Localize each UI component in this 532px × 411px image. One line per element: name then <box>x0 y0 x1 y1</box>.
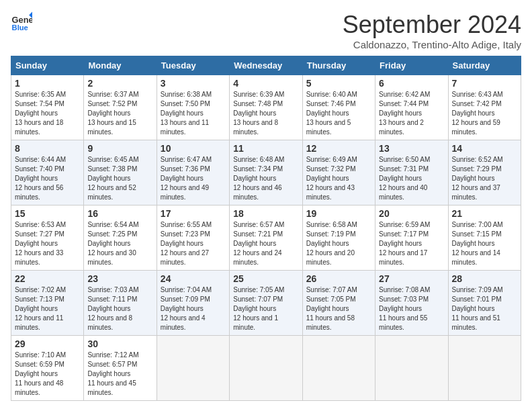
calendar-cell: 30 Sunrise: 7:12 AM Sunset: 6:57 PM Dayl… <box>84 336 157 401</box>
day-info: Sunrise: 6:44 AM Sunset: 7:40 PM Dayligh… <box>15 155 80 202</box>
logo: General Blue <box>11 11 32 32</box>
day-number: 3 <box>161 78 226 89</box>
day-info: Sunrise: 6:53 AM Sunset: 7:27 PM Dayligh… <box>15 220 80 267</box>
calendar-table: SundayMondayTuesdayWednesdayThursdayFrid… <box>11 56 521 401</box>
day-info: Sunrise: 6:57 AM Sunset: 7:21 PM Dayligh… <box>233 220 298 267</box>
day-number: 24 <box>161 273 226 284</box>
week-row-3: 15 Sunrise: 6:53 AM Sunset: 7:27 PM Dayl… <box>11 205 521 271</box>
day-info: Sunrise: 7:12 AM Sunset: 6:57 PM Dayligh… <box>87 351 152 398</box>
calendar-cell: 20 Sunrise: 6:59 AM Sunset: 7:17 PM Dayl… <box>375 205 448 271</box>
col-header-monday: Monday <box>84 56 157 75</box>
calendar-cell: 15 Sunrise: 6:53 AM Sunset: 7:27 PM Dayl… <box>11 205 84 271</box>
day-number: 29 <box>15 338 80 349</box>
day-info: Sunrise: 6:59 AM Sunset: 7:17 PM Dayligh… <box>379 220 444 267</box>
calendar-cell: 3 Sunrise: 6:38 AM Sunset: 7:50 PM Dayli… <box>157 75 229 140</box>
month-title: September 2024 <box>343 11 521 39</box>
day-info: Sunrise: 6:58 AM Sunset: 7:19 PM Dayligh… <box>306 220 371 267</box>
week-row-1: 1 Sunrise: 6:35 AM Sunset: 7:54 PM Dayli… <box>11 75 521 140</box>
day-number: 12 <box>306 143 371 154</box>
day-number: 28 <box>452 273 517 284</box>
col-header-saturday: Saturday <box>448 56 521 75</box>
week-row-4: 22 Sunrise: 7:02 AM Sunset: 7:13 PM Dayl… <box>11 271 521 336</box>
col-header-wednesday: Wednesday <box>230 56 302 75</box>
day-info: Sunrise: 6:45 AM Sunset: 7:38 PM Dayligh… <box>87 155 152 202</box>
col-header-sunday: Sunday <box>11 56 84 75</box>
day-number: 22 <box>15 273 80 284</box>
day-number: 27 <box>379 273 444 284</box>
day-number: 1 <box>15 78 80 89</box>
day-number: 16 <box>87 208 152 219</box>
day-number: 7 <box>452 78 517 89</box>
calendar-cell: 26 Sunrise: 7:07 AM Sunset: 7:05 PM Dayl… <box>302 271 375 336</box>
calendar-cell: 10 Sunrise: 6:47 AM Sunset: 7:36 PM Dayl… <box>157 140 229 205</box>
day-info: Sunrise: 7:09 AM Sunset: 7:01 PM Dayligh… <box>452 285 517 332</box>
calendar-cell: 27 Sunrise: 7:08 AM Sunset: 7:03 PM Dayl… <box>375 271 448 336</box>
day-info: Sunrise: 7:08 AM Sunset: 7:03 PM Dayligh… <box>379 285 444 332</box>
calendar-cell: 8 Sunrise: 6:44 AM Sunset: 7:40 PM Dayli… <box>11 140 84 205</box>
day-info: Sunrise: 6:35 AM Sunset: 7:54 PM Dayligh… <box>15 90 80 137</box>
calendar-cell: 6 Sunrise: 6:42 AM Sunset: 7:44 PM Dayli… <box>375 75 448 140</box>
calendar-cell: 22 Sunrise: 7:02 AM Sunset: 7:13 PM Dayl… <box>11 271 84 336</box>
week-row-2: 8 Sunrise: 6:44 AM Sunset: 7:40 PM Dayli… <box>11 140 521 205</box>
calendar-cell: 1 Sunrise: 6:35 AM Sunset: 7:54 PM Dayli… <box>11 75 84 140</box>
day-number: 4 <box>233 78 298 89</box>
day-number: 25 <box>233 273 298 284</box>
day-info: Sunrise: 6:54 AM Sunset: 7:25 PM Dayligh… <box>87 220 152 267</box>
calendar-cell: 5 Sunrise: 6:40 AM Sunset: 7:46 PM Dayli… <box>302 75 375 140</box>
day-info: Sunrise: 6:43 AM Sunset: 7:42 PM Dayligh… <box>452 90 517 137</box>
svg-text:Blue: Blue <box>12 24 28 32</box>
calendar-cell: 7 Sunrise: 6:43 AM Sunset: 7:42 PM Dayli… <box>448 75 521 140</box>
day-number: 17 <box>161 208 226 219</box>
day-number: 9 <box>87 143 152 154</box>
calendar-cell: 19 Sunrise: 6:58 AM Sunset: 7:19 PM Dayl… <box>302 205 375 271</box>
header-row: SundayMondayTuesdayWednesdayThursdayFrid… <box>11 56 521 75</box>
calendar-cell: 4 Sunrise: 6:39 AM Sunset: 7:48 PM Dayli… <box>230 75 302 140</box>
day-number: 19 <box>306 208 371 219</box>
day-info: Sunrise: 7:05 AM Sunset: 7:07 PM Dayligh… <box>233 285 298 332</box>
col-header-tuesday: Tuesday <box>157 56 229 75</box>
calendar-cell: 12 Sunrise: 6:49 AM Sunset: 7:32 PM Dayl… <box>302 140 375 205</box>
week-row-5: 29 Sunrise: 7:10 AM Sunset: 6:59 PM Dayl… <box>11 336 521 401</box>
location-title: Caldonazzo, Trentino-Alto Adige, Italy <box>343 39 521 50</box>
calendar-cell: 28 Sunrise: 7:09 AM Sunset: 7:01 PM Dayl… <box>448 271 521 336</box>
calendar-cell: 25 Sunrise: 7:05 AM Sunset: 7:07 PM Dayl… <box>230 271 302 336</box>
calendar-cell: 24 Sunrise: 7:04 AM Sunset: 7:09 PM Dayl… <box>157 271 229 336</box>
day-info: Sunrise: 7:03 AM Sunset: 7:11 PM Dayligh… <box>87 285 152 332</box>
calendar-cell <box>302 336 375 401</box>
day-info: Sunrise: 7:02 AM Sunset: 7:13 PM Dayligh… <box>15 285 80 332</box>
day-info: Sunrise: 6:39 AM Sunset: 7:48 PM Dayligh… <box>233 90 298 137</box>
day-info: Sunrise: 6:40 AM Sunset: 7:46 PM Dayligh… <box>306 90 371 137</box>
calendar-cell: 18 Sunrise: 6:57 AM Sunset: 7:21 PM Dayl… <box>230 205 302 271</box>
calendar-cell: 14 Sunrise: 6:52 AM Sunset: 7:29 PM Dayl… <box>448 140 521 205</box>
calendar-cell: 21 Sunrise: 7:00 AM Sunset: 7:15 PM Dayl… <box>448 205 521 271</box>
day-info: Sunrise: 6:37 AM Sunset: 7:52 PM Dayligh… <box>87 90 152 137</box>
calendar-cell: 13 Sunrise: 6:50 AM Sunset: 7:31 PM Dayl… <box>375 140 448 205</box>
day-number: 8 <box>15 143 80 154</box>
calendar-cell: 2 Sunrise: 6:37 AM Sunset: 7:52 PM Dayli… <box>84 75 157 140</box>
page-header: General Blue September 2024 Caldonazzo, … <box>11 11 521 50</box>
day-number: 23 <box>87 273 152 284</box>
day-number: 5 <box>306 78 371 89</box>
day-number: 15 <box>15 208 80 219</box>
logo-icon: General Blue <box>11 11 32 32</box>
day-number: 11 <box>233 143 298 154</box>
calendar-cell: 11 Sunrise: 6:48 AM Sunset: 7:34 PM Dayl… <box>230 140 302 205</box>
title-block: September 2024 Caldonazzo, Trentino-Alto… <box>343 11 521 50</box>
col-header-friday: Friday <box>375 56 448 75</box>
calendar-cell <box>448 336 521 401</box>
day-number: 30 <box>87 338 152 349</box>
calendar-cell: 29 Sunrise: 7:10 AM Sunset: 6:59 PM Dayl… <box>11 336 84 401</box>
calendar-cell: 9 Sunrise: 6:45 AM Sunset: 7:38 PM Dayli… <box>84 140 157 205</box>
calendar-cell: 16 Sunrise: 6:54 AM Sunset: 7:25 PM Dayl… <box>84 205 157 271</box>
day-info: Sunrise: 7:07 AM Sunset: 7:05 PM Dayligh… <box>306 285 371 332</box>
day-info: Sunrise: 6:50 AM Sunset: 7:31 PM Dayligh… <box>379 155 444 202</box>
day-number: 20 <box>379 208 444 219</box>
calendar-cell <box>375 336 448 401</box>
day-number: 21 <box>452 208 517 219</box>
col-header-thursday: Thursday <box>302 56 375 75</box>
calendar-cell: 23 Sunrise: 7:03 AM Sunset: 7:11 PM Dayl… <box>84 271 157 336</box>
day-info: Sunrise: 6:48 AM Sunset: 7:34 PM Dayligh… <box>233 155 298 202</box>
day-info: Sunrise: 6:47 AM Sunset: 7:36 PM Dayligh… <box>161 155 226 202</box>
day-number: 13 <box>379 143 444 154</box>
day-info: Sunrise: 6:42 AM Sunset: 7:44 PM Dayligh… <box>379 90 444 137</box>
